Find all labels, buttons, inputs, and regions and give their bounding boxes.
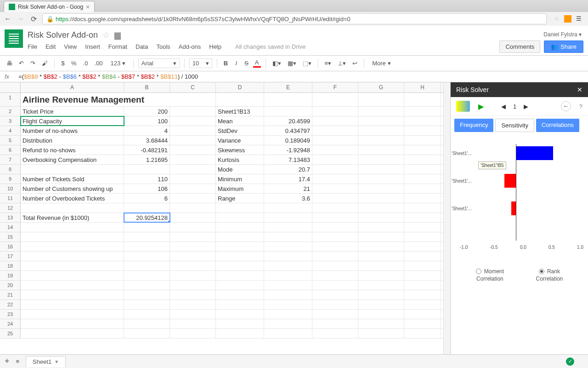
col-header-A[interactable]: A [21, 82, 124, 92]
cell-D20[interactable] [216, 281, 264, 290]
cell-F23[interactable] [312, 310, 358, 319]
cell-B18[interactable] [124, 261, 170, 270]
menu-tools[interactable]: Tools [156, 43, 170, 50]
cell-G24[interactable] [358, 319, 404, 328]
spreadsheet[interactable]: 1234567891011121314151617181920212223242… [0, 82, 450, 354]
cell-G18[interactable] [358, 261, 404, 270]
font-size-select[interactable]: 10 ▾ [189, 58, 212, 68]
cell-B14[interactable] [124, 223, 170, 232]
row-header-6[interactable]: 6 [0, 145, 20, 155]
cell-D12[interactable] [216, 203, 264, 213]
cell-E4[interactable]: 0.434797 [264, 126, 312, 135]
address-bar[interactable]: 🔒 https://docs.google.com/spreadsheets/d… [42, 13, 547, 24]
cell-C9[interactable] [170, 174, 216, 184]
cell-B24[interactable] [124, 319, 170, 328]
tab-sensitivity[interactable]: Sensitivity [495, 119, 534, 132]
cell-B5[interactable]: 3.68444 [124, 136, 170, 145]
cell-H11[interactable] [404, 194, 441, 203]
cell-H23[interactable] [404, 310, 441, 319]
cell-D11[interactable]: Range [216, 194, 264, 203]
number-format-select[interactable]: 123 ▾ [107, 58, 128, 68]
cell-G16[interactable] [358, 242, 404, 251]
currency-icon[interactable]: $ [59, 59, 67, 68]
extension-icon[interactable] [564, 15, 571, 23]
cell-E8[interactable]: 20.7 [264, 165, 312, 174]
row-header-15[interactable]: 15 [0, 232, 20, 242]
cell-E5[interactable]: 0.189049 [264, 136, 312, 145]
cell-E11[interactable]: 3.6 [264, 194, 312, 203]
cell-D18[interactable] [216, 261, 264, 270]
cell-B4[interactable]: 4 [124, 126, 170, 135]
cell-F22[interactable] [312, 300, 358, 309]
cell-H17[interactable] [404, 252, 441, 261]
cell-G6[interactable] [358, 145, 404, 155]
cell-H7[interactable] [404, 155, 441, 164]
cell-D7[interactable]: Kurtosis [216, 155, 264, 164]
cell-E6[interactable]: -1.92948 [264, 145, 312, 155]
grid[interactable]: Airline Revenue ManagementTicket Price20… [21, 93, 443, 339]
cell-H18[interactable] [404, 261, 441, 270]
menu-help[interactable]: Help [209, 43, 221, 50]
prev-icon[interactable]: ◀ [501, 103, 506, 110]
cell-C20[interactable] [170, 281, 216, 290]
cell-B23[interactable] [124, 310, 170, 319]
cell-C13[interactable] [170, 213, 216, 222]
cell-F17[interactable] [312, 252, 358, 261]
strike-icon[interactable]: S [243, 59, 250, 68]
cell-F1[interactable] [312, 93, 358, 106]
cell-G21[interactable] [358, 290, 404, 299]
cell-E7[interactable]: 7.13483 [264, 155, 312, 164]
row-header-21[interactable]: 21 [0, 290, 20, 300]
cell-B25[interactable] [124, 329, 170, 338]
cell-C5[interactable] [170, 136, 216, 145]
cell-E15[interactable] [264, 232, 312, 242]
cell-C8[interactable] [170, 165, 216, 174]
doc-title[interactable]: Risk Solver Add-on [28, 30, 98, 40]
folder-icon[interactable]: ▆ [114, 30, 121, 40]
cell-D19[interactable] [216, 271, 264, 280]
col-header-D[interactable]: D [216, 82, 264, 92]
cell-A19[interactable] [21, 271, 124, 280]
cell-E9[interactable]: 17.4 [264, 174, 312, 184]
cell-E21[interactable] [264, 290, 312, 299]
menu-add-ons[interactable]: Add-ons [179, 43, 201, 50]
cell-F9[interactable] [312, 174, 358, 184]
cell-A24[interactable] [21, 319, 124, 328]
cell-G14[interactable] [358, 223, 404, 232]
cell-C4[interactable] [170, 126, 216, 135]
text-color-icon[interactable]: A [253, 59, 261, 68]
more-button[interactable]: More ▾ [369, 58, 394, 68]
cell-C19[interactable] [170, 271, 216, 280]
browser-tab[interactable]: Risk Solver Add-on - Goog × [4, 1, 95, 12]
cell-C17[interactable] [170, 252, 216, 261]
cell-E16[interactable] [264, 242, 312, 251]
row-header-16[interactable]: 16 [0, 242, 20, 252]
undo-icon[interactable]: ↶ [17, 59, 26, 68]
row-header-9[interactable]: 9 [0, 174, 20, 184]
cell-B7[interactable]: 1.21695 [124, 155, 170, 164]
cell-E12[interactable] [264, 203, 312, 213]
valign-icon[interactable]: ⊥▾ [336, 59, 348, 68]
cell-B11[interactable]: 6 [124, 194, 170, 203]
cell-G8[interactable] [358, 165, 404, 174]
cell-A25[interactable] [21, 329, 124, 338]
cell-A14[interactable] [21, 223, 124, 232]
row-header-8[interactable]: 8 [0, 165, 20, 174]
cell-B17[interactable] [124, 252, 170, 261]
sheet-tab[interactable]: Sheet1 ▼ [26, 356, 66, 367]
cell-A21[interactable] [21, 290, 124, 299]
cell-B2[interactable]: 200 [124, 107, 170, 116]
cell-F25[interactable] [312, 329, 358, 338]
cell-H4[interactable] [404, 126, 441, 135]
cell-B19[interactable] [124, 271, 170, 280]
wrap-icon[interactable]: ↩ [351, 59, 359, 68]
cell-A2[interactable]: Ticket Price [21, 107, 124, 116]
back-icon[interactable]: ← [4, 15, 12, 23]
col-header-G[interactable]: G [358, 82, 404, 92]
menu-file[interactable]: File [28, 43, 37, 50]
cell-H22[interactable] [404, 300, 441, 309]
row-header-18[interactable]: 18 [0, 261, 20, 271]
cell-G19[interactable] [358, 271, 404, 280]
cell-C2[interactable] [170, 107, 216, 116]
cell-E2[interactable] [264, 107, 312, 116]
